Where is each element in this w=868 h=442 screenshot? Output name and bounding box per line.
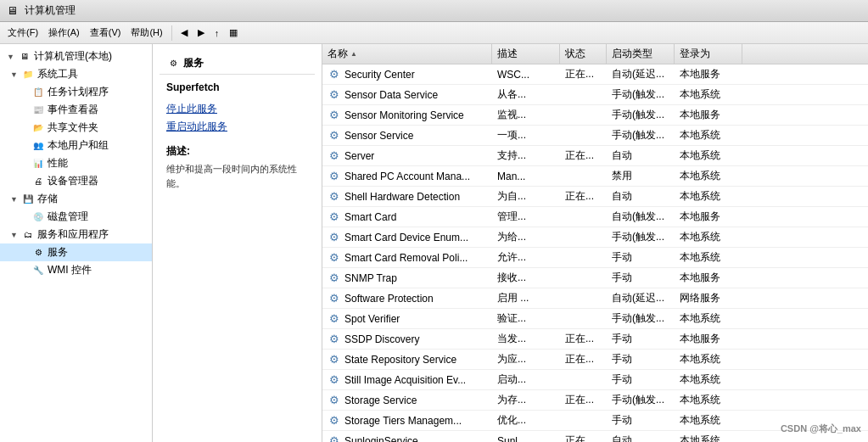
table-row[interactable]: ⚙ Still Image Acquisition Ev... 启动... 手动… — [322, 370, 868, 390]
tree-item-services-apps[interactable]: ▼ 🗂 服务和应用程序 — [0, 226, 152, 243]
service-name: Storage Tiers Managem... — [344, 415, 462, 427]
table-row[interactable]: ⚙ Storage Service 为存... 正在... 手动(触发... 本… — [322, 390, 868, 411]
service-login: 本地系统 — [675, 126, 742, 144]
toolbar-back[interactable]: ◀ — [176, 24, 192, 42]
service-status — [560, 317, 607, 321]
tree-item-eventviewer[interactable]: ▶ 📰 事件查看器 — [0, 101, 152, 119]
users-icon: 👥 — [31, 139, 45, 153]
watermark: CSDN @将心_max — [781, 422, 861, 435]
tree-item-sharedfolders[interactable]: ▶ 📂 共享文件夹 — [0, 119, 152, 137]
service-login: 本地系统 — [675, 86, 742, 104]
service-login: 本地系统 — [675, 187, 742, 205]
details-panel: ⚙ 服务 Superfetch 停止此服务 重启动此服务 描述: 维护和提高一段… — [153, 44, 322, 442]
shared-folder-icon: 📂 — [31, 121, 45, 135]
service-status — [560, 277, 607, 280]
service-name: SSDP Discovery — [344, 333, 419, 345]
service-startup: 手动(触发... — [607, 86, 675, 104]
menu-help[interactable]: 帮助(H) — [126, 24, 166, 42]
table-row[interactable]: ⚙ SNMP Trap 接收... 手动 本地服务 — [322, 268, 868, 288]
tree-item-localusers[interactable]: ▶ 👥 本地用户和组 — [0, 137, 152, 154]
service-login: 本地服务 — [675, 330, 742, 348]
table-row[interactable]: ⚙ Smart Card 管理... 自动(触发... 本地服务 — [322, 207, 868, 227]
service-login: 本地服务 — [675, 208, 742, 226]
table-row[interactable]: ⚙ SSDP Discovery 当发... 正在... 手动 本地服务 — [322, 329, 868, 350]
tree-item-storage[interactable]: ▼ 💾 存储 — [0, 190, 152, 208]
table-row[interactable]: ⚙ Shell Hardware Detection 为自... 正在... 自… — [322, 187, 868, 207]
service-desc: 接收... — [492, 269, 560, 287]
tree-item-diskmgr[interactable]: ▶ 💿 磁盘管理 — [0, 208, 152, 226]
service-status: 正在... — [560, 187, 607, 205]
tree-item-root[interactable]: ▼ 🖥 计算机管理(本地) — [0, 48, 152, 65]
table-row[interactable]: ⚙ Smart Card Removal Poli... 允许... 手动 本地… — [322, 248, 868, 268]
service-desc: 优化... — [492, 411, 560, 429]
tree-label-diskmgr: 磁盘管理 — [48, 210, 88, 224]
tree-item-devmgr[interactable]: ▶ 🖨 设备管理器 — [0, 172, 152, 190]
tree-label-localusers: 本地用户和组 — [48, 138, 109, 153]
service-name: Smart Card — [344, 211, 396, 223]
service-login: 网络服务 — [675, 289, 742, 307]
service-startup: 自动(触发... — [607, 208, 675, 226]
service-name: Still Image Acquisition Ev... — [344, 374, 466, 386]
menu-action[interactable]: 操作(A) — [44, 24, 84, 42]
table-row[interactable]: ⚙ Sensor Monitoring Service 监视... 手动(触发.… — [322, 105, 868, 126]
details-restart-link[interactable]: 重启动此服务 — [166, 120, 308, 134]
col-header-login[interactable]: 登录为 — [675, 44, 742, 64]
table-row[interactable]: ⚙ Sensor Service 一项... 手动(触发... 本地系统 — [322, 126, 868, 146]
service-login: 本地服务 — [675, 269, 742, 287]
service-login: 本地服务 — [675, 65, 742, 83]
table-row[interactable]: ⚙ Server 支持... 正在... 自动 本地系统 — [322, 146, 868, 166]
tree-item-perf[interactable]: ▶ 📊 性能 — [0, 154, 152, 172]
table-row[interactable]: ⚙ Software Protection 启用 ... 自动(延迟... 网络… — [322, 288, 868, 309]
service-icon: ⚙ — [328, 231, 341, 244]
table-row[interactable]: ⚙ Smart Card Device Enum... 为给... 手动(触发.… — [322, 227, 868, 248]
col-header-desc[interactable]: 描述 — [492, 44, 560, 64]
service-login: 本地系统 — [675, 391, 742, 409]
table-row[interactable]: ⚙ State Repository Service 为应... 正在... 手… — [322, 350, 868, 370]
table-row[interactable]: ⚙ Shared PC Account Mana... Man... 禁用 本地… — [322, 166, 868, 187]
col-header-name[interactable]: 名称 ▲ — [322, 44, 492, 64]
service-login: 本地系统 — [675, 432, 742, 442]
toolbar-up[interactable]: ↑ — [210, 24, 224, 42]
service-icon: ⚙ — [328, 394, 341, 407]
toolbar-forward[interactable]: ▶ — [193, 24, 209, 42]
service-desc: Sunl... — [492, 434, 560, 443]
table-row[interactable]: ⚙ Spot Verifier 验证... 手动(触发... 本地系统 — [322, 309, 868, 329]
service-startup: 手动(触发... — [607, 106, 675, 124]
service-startup: 自动(延迟... — [607, 65, 675, 83]
service-name: SNMP Trap — [344, 272, 397, 284]
service-startup: 手动 — [607, 371, 675, 389]
menu-view[interactable]: 查看(V) — [86, 24, 126, 42]
tree-item-wmi[interactable]: ▶ 🔧 WMI 控件 — [0, 261, 152, 279]
service-desc: 当发... — [492, 330, 560, 348]
table-row[interactable]: ⚙ Security Center WSC... 正在... 自动(延迟... … — [322, 64, 868, 85]
service-login: 本地系统 — [675, 228, 742, 246]
services-list: ⚙ Security Center WSC... 正在... 自动(延迟... … — [322, 64, 868, 442]
service-startup: 手动(触发... — [607, 228, 675, 246]
service-name: Spot Verifier — [344, 313, 400, 325]
disk-icon: 💿 — [31, 210, 45, 224]
wmi-icon: 🔧 — [31, 264, 45, 277]
service-status — [560, 93, 607, 97]
menu-file[interactable]: 文件(F) — [3, 24, 42, 42]
tree-item-scheduler[interactable]: ▶ 📋 任务计划程序 — [0, 83, 152, 101]
service-startup: 手动 — [607, 411, 675, 429]
toolbar-showhide[interactable]: ▦ — [225, 24, 242, 42]
tree-label-perf: 性能 — [48, 156, 68, 171]
details-service-name: Superfetch — [166, 81, 308, 93]
service-status — [560, 297, 607, 300]
service-name: Sensor Data Service — [344, 89, 438, 101]
tree-item-services[interactable]: ▶ ⚙ 服务 — [0, 243, 152, 261]
tree-label-sharedfolders: 共享文件夹 — [48, 120, 98, 135]
service-login: 本地系统 — [675, 350, 742, 368]
col-header-status[interactable]: 状态 — [560, 44, 607, 64]
service-desc: 启用 ... — [492, 289, 560, 307]
details-stop-link[interactable]: 停止此服务 — [166, 102, 308, 116]
tree-label-root: 计算机管理(本地) — [34, 49, 112, 64]
tree-item-system[interactable]: ▼ 📁 系统工具 — [0, 65, 152, 83]
service-login: 本地系统 — [675, 411, 742, 429]
service-desc: 为存... — [492, 391, 560, 409]
service-icon: ⚙ — [328, 414, 341, 428]
col-header-startup[interactable]: 启动类型 — [607, 44, 675, 64]
service-startup: 手动 — [607, 249, 675, 266]
table-row[interactable]: ⚙ Sensor Data Service 从各... 手动(触发... 本地系… — [322, 85, 868, 105]
